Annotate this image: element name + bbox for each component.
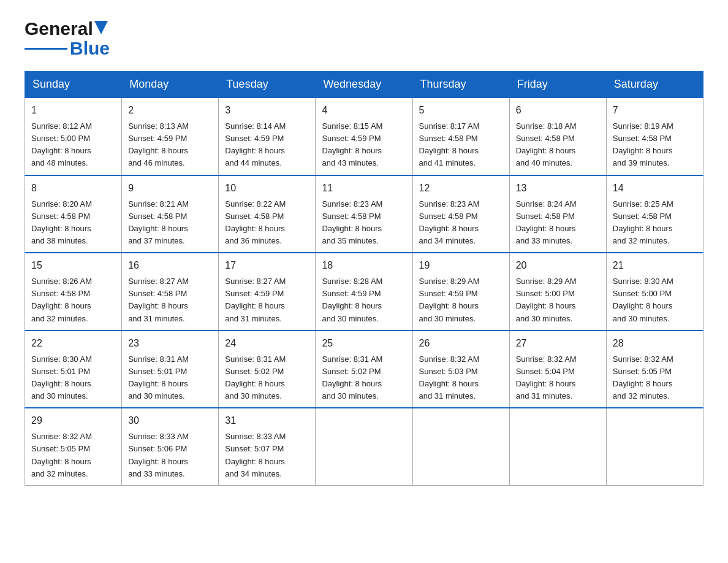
page-header: General Blue xyxy=(25,18,703,59)
day-info: Sunrise: 8:22 AMSunset: 4:58 PMDaylight:… xyxy=(225,198,309,248)
day-number: 30 xyxy=(128,413,212,428)
day-info: Sunrise: 8:26 AMSunset: 4:58 PMDaylight:… xyxy=(31,275,115,325)
day-cell-9: 9Sunrise: 8:21 AMSunset: 4:58 PMDaylight… xyxy=(122,175,219,253)
week-row-3: 15Sunrise: 8:26 AMSunset: 4:58 PMDayligh… xyxy=(25,253,703,331)
day-cell-3: 3Sunrise: 8:14 AMSunset: 4:59 PMDaylight… xyxy=(219,98,316,175)
day-info: Sunrise: 8:31 AMSunset: 5:02 PMDaylight:… xyxy=(225,353,309,403)
day-number: 27 xyxy=(516,336,600,351)
calendar-header-row: SundayMondayTuesdayWednesdayThursdayFrid… xyxy=(25,72,703,98)
day-info: Sunrise: 8:32 AMSunset: 5:03 PMDaylight:… xyxy=(419,353,503,403)
week-row-2: 8Sunrise: 8:20 AMSunset: 4:58 PMDaylight… xyxy=(25,175,703,253)
day-number: 31 xyxy=(225,413,309,428)
week-row-4: 22Sunrise: 8:30 AMSunset: 5:01 PMDayligh… xyxy=(25,331,703,408)
empty-cell xyxy=(412,408,509,485)
day-cell-22: 22Sunrise: 8:30 AMSunset: 5:01 PMDayligh… xyxy=(25,331,122,408)
day-number: 6 xyxy=(516,103,600,118)
day-number: 14 xyxy=(613,181,697,196)
day-info: Sunrise: 8:33 AMSunset: 5:06 PMDaylight:… xyxy=(128,431,212,480)
day-info: Sunrise: 8:32 AMSunset: 5:04 PMDaylight:… xyxy=(516,353,600,403)
logo-blue: Blue xyxy=(70,38,110,59)
day-info: Sunrise: 8:14 AMSunset: 4:59 PMDaylight:… xyxy=(225,120,309,170)
day-number: 4 xyxy=(322,103,406,118)
day-number: 2 xyxy=(128,103,212,118)
day-number: 25 xyxy=(322,336,406,351)
day-cell-28: 28Sunrise: 8:32 AMSunset: 5:05 PMDayligh… xyxy=(606,331,703,408)
day-cell-26: 26Sunrise: 8:32 AMSunset: 5:03 PMDayligh… xyxy=(412,331,509,408)
day-cell-23: 23Sunrise: 8:31 AMSunset: 5:01 PMDayligh… xyxy=(122,331,219,408)
day-cell-18: 18Sunrise: 8:28 AMSunset: 4:59 PMDayligh… xyxy=(316,253,412,331)
logo-triangle-icon xyxy=(94,21,108,34)
day-info: Sunrise: 8:31 AMSunset: 5:01 PMDaylight:… xyxy=(128,353,212,403)
day-number: 15 xyxy=(31,258,115,273)
day-number: 11 xyxy=(322,181,406,196)
column-header-thursday: Thursday xyxy=(412,72,509,98)
day-info: Sunrise: 8:30 AMSunset: 5:00 PMDaylight:… xyxy=(613,275,697,325)
empty-cell xyxy=(316,408,412,485)
day-info: Sunrise: 8:33 AMSunset: 5:07 PMDaylight:… xyxy=(225,431,309,480)
day-cell-16: 16Sunrise: 8:27 AMSunset: 4:58 PMDayligh… xyxy=(122,253,219,331)
day-info: Sunrise: 8:12 AMSunset: 5:00 PMDaylight:… xyxy=(31,120,115,170)
day-info: Sunrise: 8:32 AMSunset: 5:05 PMDaylight:… xyxy=(613,353,697,403)
logo: General Blue xyxy=(25,18,110,59)
day-info: Sunrise: 8:23 AMSunset: 4:58 PMDaylight:… xyxy=(419,198,503,248)
day-info: Sunrise: 8:29 AMSunset: 4:59 PMDaylight:… xyxy=(419,275,503,325)
column-header-tuesday: Tuesday xyxy=(219,72,316,98)
day-number: 28 xyxy=(613,336,697,351)
day-cell-17: 17Sunrise: 8:27 AMSunset: 4:59 PMDayligh… xyxy=(219,253,316,331)
day-number: 12 xyxy=(419,181,503,196)
day-cell-10: 10Sunrise: 8:22 AMSunset: 4:58 PMDayligh… xyxy=(219,175,316,253)
logo-underline xyxy=(25,48,67,50)
day-info: Sunrise: 8:20 AMSunset: 4:58 PMDaylight:… xyxy=(31,198,115,248)
day-cell-8: 8Sunrise: 8:20 AMSunset: 4:58 PMDaylight… xyxy=(25,175,122,253)
day-number: 26 xyxy=(419,336,503,351)
day-number: 19 xyxy=(419,258,503,273)
day-cell-5: 5Sunrise: 8:17 AMSunset: 4:58 PMDaylight… xyxy=(412,98,509,175)
day-number: 10 xyxy=(225,181,309,196)
calendar-table: SundayMondayTuesdayWednesdayThursdayFrid… xyxy=(25,71,703,486)
day-cell-4: 4Sunrise: 8:15 AMSunset: 4:59 PMDaylight… xyxy=(316,98,412,175)
day-cell-31: 31Sunrise: 8:33 AMSunset: 5:07 PMDayligh… xyxy=(219,408,316,485)
day-info: Sunrise: 8:19 AMSunset: 4:58 PMDaylight:… xyxy=(613,120,697,170)
logo-general: General xyxy=(25,18,93,39)
day-cell-21: 21Sunrise: 8:30 AMSunset: 5:00 PMDayligh… xyxy=(606,253,703,331)
day-cell-2: 2Sunrise: 8:13 AMSunset: 4:59 PMDaylight… xyxy=(122,98,219,175)
day-number: 18 xyxy=(322,258,406,273)
empty-cell xyxy=(606,408,703,485)
day-cell-24: 24Sunrise: 8:31 AMSunset: 5:02 PMDayligh… xyxy=(219,331,316,408)
day-info: Sunrise: 8:23 AMSunset: 4:58 PMDaylight:… xyxy=(322,198,406,248)
column-header-wednesday: Wednesday xyxy=(316,72,412,98)
day-info: Sunrise: 8:30 AMSunset: 5:01 PMDaylight:… xyxy=(31,353,115,403)
day-info: Sunrise: 8:25 AMSunset: 4:58 PMDaylight:… xyxy=(613,198,697,248)
day-number: 1 xyxy=(31,103,115,118)
day-cell-30: 30Sunrise: 8:33 AMSunset: 5:06 PMDayligh… xyxy=(122,408,219,485)
day-cell-20: 20Sunrise: 8:29 AMSunset: 5:00 PMDayligh… xyxy=(509,253,606,331)
day-number: 5 xyxy=(419,103,503,118)
day-info: Sunrise: 8:18 AMSunset: 4:58 PMDaylight:… xyxy=(516,120,600,170)
day-number: 23 xyxy=(128,336,212,351)
day-info: Sunrise: 8:28 AMSunset: 4:59 PMDaylight:… xyxy=(322,275,406,325)
day-number: 13 xyxy=(516,181,600,196)
day-number: 17 xyxy=(225,258,309,273)
day-info: Sunrise: 8:27 AMSunset: 4:59 PMDaylight:… xyxy=(225,275,309,325)
column-header-friday: Friday xyxy=(509,72,606,98)
day-cell-12: 12Sunrise: 8:23 AMSunset: 4:58 PMDayligh… xyxy=(412,175,509,253)
day-info: Sunrise: 8:31 AMSunset: 5:02 PMDaylight:… xyxy=(322,353,406,403)
day-number: 21 xyxy=(613,258,697,273)
day-info: Sunrise: 8:17 AMSunset: 4:58 PMDaylight:… xyxy=(419,120,503,170)
day-cell-15: 15Sunrise: 8:26 AMSunset: 4:58 PMDayligh… xyxy=(25,253,122,331)
day-cell-25: 25Sunrise: 8:31 AMSunset: 5:02 PMDayligh… xyxy=(316,331,412,408)
svg-marker-0 xyxy=(94,21,108,34)
day-cell-19: 19Sunrise: 8:29 AMSunset: 4:59 PMDayligh… xyxy=(412,253,509,331)
day-number: 8 xyxy=(31,181,115,196)
day-cell-7: 7Sunrise: 8:19 AMSunset: 4:58 PMDaylight… xyxy=(606,98,703,175)
day-info: Sunrise: 8:13 AMSunset: 4:59 PMDaylight:… xyxy=(128,120,212,170)
empty-cell xyxy=(509,408,606,485)
week-row-1: 1Sunrise: 8:12 AMSunset: 5:00 PMDaylight… xyxy=(25,98,703,175)
day-cell-27: 27Sunrise: 8:32 AMSunset: 5:04 PMDayligh… xyxy=(509,331,606,408)
day-info: Sunrise: 8:27 AMSunset: 4:58 PMDaylight:… xyxy=(128,275,212,325)
day-number: 16 xyxy=(128,258,212,273)
day-info: Sunrise: 8:15 AMSunset: 4:59 PMDaylight:… xyxy=(322,120,406,170)
column-header-saturday: Saturday xyxy=(606,72,703,98)
day-cell-1: 1Sunrise: 8:12 AMSunset: 5:00 PMDaylight… xyxy=(25,98,122,175)
column-header-monday: Monday xyxy=(122,72,219,98)
